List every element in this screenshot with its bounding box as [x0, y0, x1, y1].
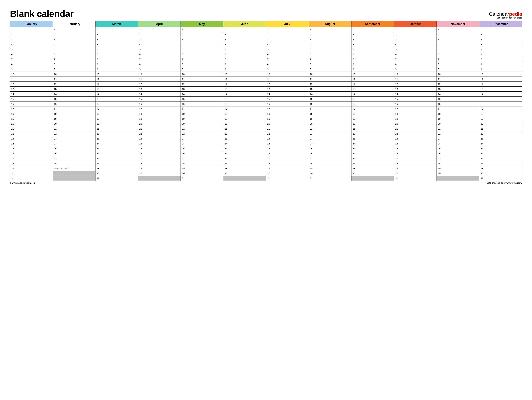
day-cell: 6 — [394, 52, 437, 57]
month-header-june: June — [223, 21, 266, 27]
day-row: 888888888888 — [10, 62, 522, 67]
day-cell: 28 — [181, 161, 223, 166]
day-cell: 2 — [437, 32, 479, 37]
day-cell: 4 — [138, 42, 181, 47]
day-cell: 11 — [266, 77, 309, 82]
day-cell: 15 — [138, 97, 181, 101]
brand-block: Calendarpedia Your source for calendars — [489, 11, 522, 19]
day-cell: 10 — [95, 72, 138, 77]
day-cell: 1 — [138, 27, 181, 32]
day-cell: 23 — [223, 136, 266, 141]
day-cell: 12 — [437, 82, 479, 87]
day-cell: 4 — [53, 42, 95, 47]
day-cell: 3 — [266, 37, 309, 42]
day-cell: 8 — [394, 62, 437, 67]
day-cell: 29 — [95, 166, 138, 171]
day-cell: 11 — [223, 77, 266, 82]
day-cell: 8 — [138, 62, 181, 67]
day-cell: 14 — [53, 92, 95, 97]
day-cell: 11 — [138, 77, 181, 82]
day-cell: 2 — [351, 32, 394, 37]
day-cell: 27 — [95, 156, 138, 161]
day-row: 222222222222 — [10, 32, 522, 37]
day-cell: 16 — [351, 101, 394, 106]
day-cell: 29 — [479, 166, 522, 171]
day-cell: 1 — [223, 27, 266, 32]
day-cell: 5 — [437, 47, 479, 52]
day-cell: 3 — [138, 37, 181, 42]
day-cell: 22 — [95, 131, 138, 136]
day-cell: 24 — [479, 141, 522, 146]
day-cell: 16 — [437, 101, 479, 106]
day-cell: 3 — [479, 37, 522, 42]
calendar-header-row: JanuaryFebruaryMarchAprilMayJuneJulyAugu… — [10, 21, 522, 27]
day-cell: 2 — [95, 32, 138, 37]
day-cell: 24 — [351, 141, 394, 146]
day-cell: 3 — [181, 37, 223, 42]
day-cell: 27 — [309, 156, 351, 161]
header: Blank calendar Calendarpedia Your source… — [10, 8, 522, 19]
day-cell: 14 — [95, 92, 138, 97]
day-row: 2929 (2016, 2020)29292929292929292929 — [10, 166, 522, 171]
day-cell: 14 — [309, 92, 351, 97]
day-cell: 14 — [10, 92, 53, 97]
day-cell: 2 — [138, 32, 181, 37]
day-cell: 22 — [223, 131, 266, 136]
day-cell: 10 — [266, 72, 309, 77]
day-cell: 18 — [266, 111, 309, 116]
day-cell: 28 — [266, 161, 309, 166]
day-cell: 16 — [309, 101, 351, 106]
day-cell: 16 — [138, 101, 181, 106]
month-header-march: March — [95, 21, 138, 27]
day-cell — [351, 176, 394, 181]
day-row: 999999999999 — [10, 67, 522, 72]
day-cell: 30 — [95, 171, 138, 176]
day-cell: 1 — [309, 27, 351, 32]
day-cell: 4 — [351, 42, 394, 47]
day-cell: 22 — [309, 131, 351, 136]
day-cell: 14 — [394, 92, 437, 97]
day-cell: 7 — [309, 57, 351, 62]
day-cell: 15 — [181, 97, 223, 101]
day-cell: 15 — [95, 97, 138, 101]
day-row: 202020202020202020202020 — [10, 121, 522, 126]
day-cell: 8 — [53, 62, 95, 67]
day-cell: 28 — [437, 161, 479, 166]
day-cell: 7 — [223, 57, 266, 62]
day-cell: 6 — [479, 52, 522, 57]
brand-accent: pedia — [509, 11, 522, 17]
day-cell: 3 — [95, 37, 138, 42]
day-cell: 5 — [181, 47, 223, 52]
day-row: 777777777777 — [10, 57, 522, 62]
day-cell: 5 — [351, 47, 394, 52]
day-cell: 6 — [10, 52, 53, 57]
day-cell: 27 — [138, 156, 181, 161]
day-row: 262626262626262626262626 — [10, 151, 522, 156]
day-row: 272727272727272727272727 — [10, 156, 522, 161]
month-header-october: October — [394, 21, 437, 27]
day-cell: 26 — [394, 151, 437, 156]
day-cell: 2 — [266, 32, 309, 37]
day-row: 666666666666 — [10, 52, 522, 57]
day-cell: 24 — [266, 141, 309, 146]
day-cell: 15 — [309, 97, 351, 101]
day-cell: 20 — [394, 121, 437, 126]
day-cell: 9 — [394, 67, 437, 72]
day-cell: 21 — [479, 126, 522, 131]
day-cell: 20 — [138, 121, 181, 126]
day-cell: 13 — [10, 87, 53, 92]
day-cell: 22 — [394, 131, 437, 136]
day-cell: 23 — [53, 136, 95, 141]
day-cell: 12 — [181, 82, 223, 87]
day-cell: 26 — [266, 151, 309, 156]
day-cell: 26 — [437, 151, 479, 156]
day-cell — [53, 171, 95, 176]
leap-day-number: 29 — [54, 167, 57, 170]
day-cell: 9 — [309, 67, 351, 72]
day-cell: 8 — [181, 62, 223, 67]
day-cell: 15 — [479, 97, 522, 101]
day-cell: 25 — [10, 146, 53, 151]
day-cell: 24 — [53, 141, 95, 146]
day-cell: 12 — [309, 82, 351, 87]
day-cell: 7 — [53, 57, 95, 62]
